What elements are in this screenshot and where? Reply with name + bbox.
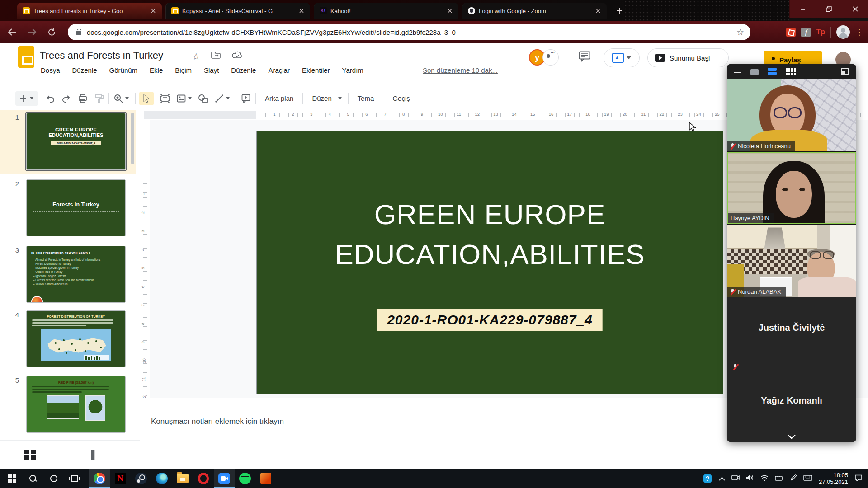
menu-item-1[interactable]: Düzenle (72, 66, 97, 74)
theme-button[interactable]: Tema (352, 94, 380, 102)
bookmark-star-icon[interactable]: ☆ (736, 27, 744, 38)
taskbar-netflix[interactable]: N (110, 469, 131, 488)
taskbar-chrome[interactable] (89, 469, 110, 488)
filmstrip-scrollbar[interactable] (131, 113, 134, 164)
back-button[interactable] (5, 24, 20, 40)
browser-profile-avatar[interactable] (836, 25, 850, 39)
zoom-meeting-panel[interactable]: Nicoleta Horinceanu Hayriye AYDIN Nurdan… (727, 64, 856, 442)
wifi-tray-icon[interactable] (760, 474, 769, 483)
cortana-button[interactable] (43, 469, 64, 488)
chevron-down-icon[interactable] (338, 97, 342, 99)
participant-tile-yagiz[interactable]: Yağız Komanlı (727, 370, 856, 442)
new-slide-button[interactable] (15, 91, 38, 106)
tab-close-icon[interactable] (594, 7, 602, 15)
slide-thumbnail-4[interactable]: 4 FOREST DISTRIBUTION OF TURKEY (0, 307, 136, 372)
participant-video-hayriye[interactable]: Hayriye AYDIN (727, 152, 856, 224)
taskbar-office[interactable] (255, 469, 276, 488)
grid-view-icon[interactable] (91, 450, 103, 460)
help-tray-icon[interactable]: ? (703, 474, 712, 483)
move-folder-icon[interactable] (211, 51, 221, 62)
chevron-down-icon[interactable] (125, 97, 129, 99)
red-extension-icon[interactable] (786, 28, 796, 37)
insert-line-button[interactable] (213, 92, 225, 105)
cloud-status-icon[interactable] (232, 51, 243, 62)
slide-thumbnail-5[interactable]: 5 RED PINE (58.567 km) (0, 373, 136, 437)
tab-zoom-login[interactable]: Login with Google - Zoom (462, 3, 607, 19)
taskbar-opera[interactable] (193, 469, 214, 488)
menu-item-5[interactable]: Slayt (204, 66, 219, 74)
last-edit-link[interactable]: Son düzenleme 10 dak... (423, 66, 498, 74)
tray-expand-chevron[interactable] (719, 474, 725, 483)
menu-item-6[interactable]: Düzenle (231, 66, 256, 74)
address-bar[interactable]: docs.google.com/presentation/d/1ei8zgUgk… (68, 24, 750, 40)
slide-title[interactable]: GREEN EUROPE EDUCATION,ABILITIES (257, 195, 723, 274)
filmstrip-view-icon[interactable] (24, 450, 37, 460)
comments-icon[interactable] (579, 51, 590, 64)
slide-thumbnail-1[interactable]: 1 GREEN EUROPE EDUCATION,ABILITIES 2020-… (0, 110, 136, 174)
task-view-button[interactable] (64, 469, 85, 488)
present-options-button[interactable] (604, 48, 640, 67)
action-center-icon[interactable] (854, 474, 863, 483)
undo-button[interactable] (44, 92, 56, 105)
window-minimize-button[interactable] (789, 0, 816, 18)
current-slide[interactable]: GREEN EUROPE EDUCATION,ABILITIES 2020-1-… (256, 131, 723, 394)
thumbnail-canvas[interactable]: RED PINE (58.567 km) (26, 376, 126, 433)
select-tool-button[interactable] (139, 92, 154, 105)
participant-video-nicoleta[interactable]: Nicoleta Horinceanu (727, 79, 856, 151)
zoom-tool-button[interactable] (113, 92, 124, 105)
start-presentation-button[interactable]: Sunumu Başl (647, 48, 729, 67)
thumbnail-canvas[interactable]: In This Presentation You Will Learn : Al… (26, 246, 126, 303)
search-button[interactable] (23, 469, 43, 488)
redo-button[interactable] (61, 92, 72, 105)
chevron-down-icon[interactable] (788, 432, 796, 441)
insert-shape-button[interactable] (197, 92, 209, 105)
new-tab-button[interactable] (613, 5, 626, 17)
popout-icon[interactable] (841, 68, 849, 75)
forward-button[interactable] (24, 24, 40, 40)
start-button[interactable] (2, 469, 23, 488)
menu-item-3[interactable]: Ekle (150, 66, 163, 74)
clock[interactable]: 18:05 27.05.2021 (819, 472, 848, 485)
menu-item-8[interactable]: Eklentiler (302, 66, 330, 74)
taskbar-file-explorer[interactable] (172, 469, 193, 488)
chevron-down-icon[interactable] (188, 97, 192, 99)
chevron-down-icon[interactable] (226, 97, 230, 99)
participant-video-nurdan[interactable]: Nurdan ALABAK (727, 225, 856, 297)
layout-button[interactable]: Düzen (307, 94, 337, 102)
tab-trees-and-forests[interactable]: Trees and Forests in Turkey - Goo (17, 3, 162, 19)
speaker-view-icon[interactable] (750, 69, 759, 75)
window-close-button[interactable] (842, 0, 868, 18)
zoom-tray-icon[interactable] (731, 474, 740, 483)
taskbar-spotify[interactable] (235, 469, 255, 488)
text-box-button[interactable] (159, 92, 171, 105)
tab-kahoot[interactable]: Kahoot! (314, 3, 458, 19)
project-code-box[interactable]: 2020-1-RO01-KA229-079887_4 (377, 309, 603, 331)
tp-extension-icon[interactable]: Tp (816, 28, 825, 36)
background-button[interactable]: Arka plan (259, 94, 299, 102)
menu-item-9[interactable]: Yardım (342, 66, 363, 74)
tab-slidescarnival[interactable]: Kopyası - Ariel · SlidesCarnival - G (165, 3, 310, 19)
thumbnail-canvas[interactable]: GREEN EUROPE EDUCATION,ABILITIES 2020-1-… (26, 113, 126, 170)
reload-button[interactable] (44, 24, 60, 40)
insert-comment-button[interactable] (240, 92, 252, 105)
volume-tray-icon[interactable] (746, 474, 754, 483)
tab-close-icon[interactable] (446, 7, 454, 15)
chevron-down-icon[interactable] (30, 97, 33, 99)
transition-button[interactable]: Geçiş (387, 94, 415, 102)
presence-indicator-icon[interactable] (542, 49, 559, 66)
menu-item-7[interactable]: Araçlar (268, 66, 290, 74)
thumbnail-canvas[interactable]: FOREST DISTRIBUTION OF TURKEY (26, 310, 126, 367)
paint-format-button[interactable] (93, 92, 105, 105)
f-extension-icon[interactable]: f (801, 28, 811, 37)
taskbar-edge[interactable] (151, 469, 172, 488)
taskbar-steam[interactable] (131, 469, 151, 488)
zoom-minimize-icon[interactable] (734, 72, 741, 73)
window-restore-button[interactable] (816, 0, 842, 18)
taskbar-zoom[interactable] (214, 469, 235, 488)
insert-image-button[interactable] (175, 92, 187, 105)
gallery-view-icon[interactable] (768, 68, 777, 76)
battery-tray-icon[interactable] (775, 474, 784, 483)
star-document-icon[interactable]: ☆ (192, 51, 200, 62)
touch-keyboard-tray-icon[interactable] (803, 474, 812, 483)
slide-thumbnail-3[interactable]: 3 In This Presentation You Will Learn : … (0, 243, 136, 307)
